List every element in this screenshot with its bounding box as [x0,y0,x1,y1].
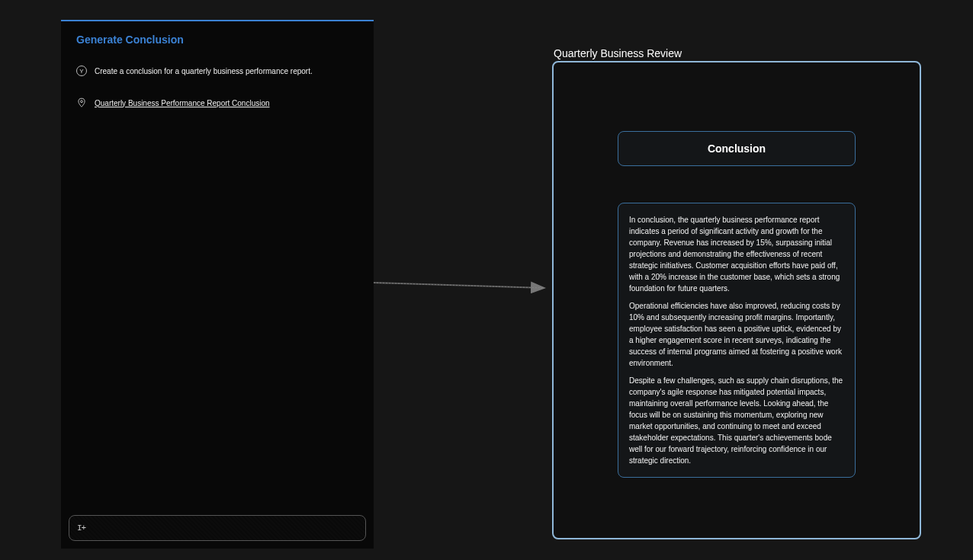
assistant-output-link[interactable]: Quarterly Business Performance Report Co… [95,99,270,107]
section-body: In conclusion, the quarterly business pe… [618,203,856,478]
chat-input-area: I+ [61,507,374,549]
text-cursor-icon: I+ [77,523,85,533]
document-preview-area: Quarterly Business Review Conclusion In … [552,47,921,539]
message-list: Y Create a conclusion for a quarterly bu… [61,52,374,507]
connector-arrow-icon [374,279,552,293]
chat-title: Generate Conclusion [76,34,358,46]
conclusion-paragraph: In conclusion, the quarterly business pe… [629,214,844,294]
document-preview-panel: Conclusion In conclusion, the quarterly … [552,61,921,539]
assistant-message-row: Quarterly Business Performance Report Co… [76,91,358,123]
chat-input[interactable] [90,523,358,533]
section-heading: Conclusion [626,142,847,155]
svg-point-0 [81,101,83,103]
section-heading-box: Conclusion [618,131,856,166]
chat-panel-header: Generate Conclusion [61,21,374,52]
chat-input-box[interactable]: I+ [69,515,366,541]
document-title: Quarterly Business Review [552,47,921,59]
user-message-row: Y Create a conclusion for a quarterly bu… [76,59,358,91]
location-pin-icon [76,98,87,108]
user-message-text: Create a conclusion for a quarterly busi… [95,67,313,75]
conclusion-paragraph: Operational efficiencies have also impro… [629,300,844,369]
user-avatar-icon: Y [76,66,87,76]
conclusion-paragraph: Despite a few challenges, such as supply… [629,375,844,466]
chat-panel: Generate Conclusion Y Create a conclusio… [61,20,374,549]
